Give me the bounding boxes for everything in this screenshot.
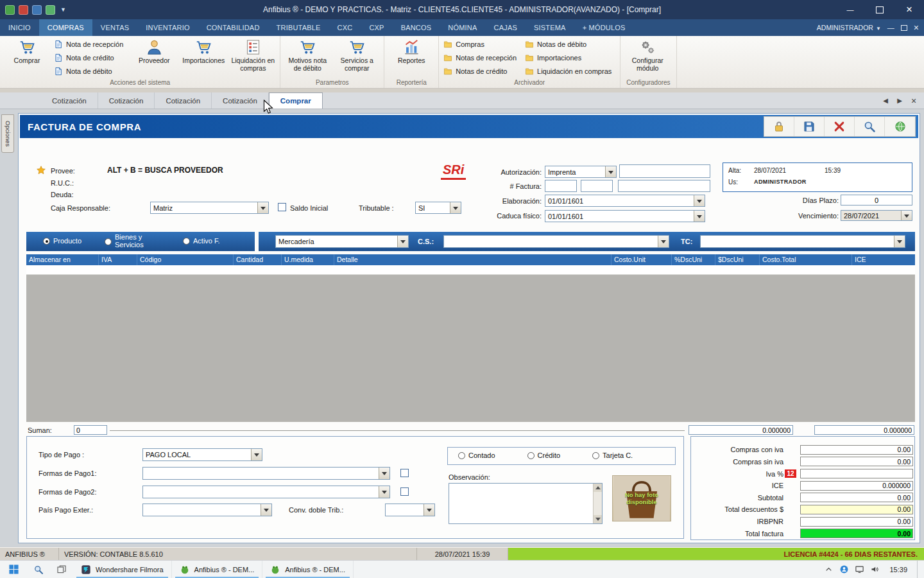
- vencimiento-date-select[interactable]: 28/07/2021: [841, 210, 912, 221]
- menu-item[interactable]: INICIO: [0, 19, 39, 36]
- clock[interactable]: 15:39: [886, 566, 911, 574]
- display-icon[interactable]: [855, 565, 864, 574]
- caduca-fisico-date-select[interactable]: 01/01/1601: [545, 210, 705, 222]
- document-tab[interactable]: Cotización: [41, 92, 98, 109]
- scroll-tabs-right-icon[interactable]: [894, 97, 905, 104]
- pais-pago-select[interactable]: [142, 504, 272, 516]
- grid-column-header[interactable]: IVA: [99, 254, 137, 265]
- web-button[interactable]: [885, 117, 915, 136]
- ribbon-button[interactable]: Comprar: [3, 37, 51, 78]
- formas-pago1-checkbox[interactable]: [400, 469, 409, 477]
- factura-serie1-input[interactable]: [545, 180, 577, 192]
- ribbon-button[interactable]: Configurar módulo: [624, 37, 671, 78]
- minimize-button[interactable]: [835, 0, 865, 19]
- ribbon-button[interactable]: Motivos nota de débito: [284, 37, 331, 78]
- quick-access-dropdown-icon[interactable]: [60, 6, 66, 13]
- quick-access-app-icon[interactable]: [32, 5, 42, 15]
- tc-select[interactable]: [700, 235, 905, 248]
- factura-numero-input[interactable]: [618, 180, 710, 192]
- quick-access-app-icon[interactable]: [5, 5, 15, 15]
- close-button[interactable]: [894, 0, 924, 19]
- maximize-button[interactable]: [865, 0, 894, 19]
- tributable-select[interactable]: SI: [415, 202, 461, 214]
- mdi-minimize-button[interactable]: [887, 24, 894, 31]
- mdi-close-button[interactable]: [914, 22, 919, 33]
- chevron-down-icon[interactable]: [901, 211, 912, 220]
- grid-column-header[interactable]: Almacenar en: [26, 254, 99, 265]
- menu-item[interactable]: COMPRAS: [39, 19, 92, 36]
- caja-responsable-select[interactable]: Matriz: [150, 202, 269, 214]
- show-desktop-button[interactable]: [917, 561, 920, 578]
- menu-item[interactable]: SISTEMA: [526, 19, 574, 36]
- chevron-down-icon[interactable]: [379, 468, 389, 479]
- ribbon-button[interactable]: Notas de recepción: [442, 51, 522, 64]
- user-status-icon[interactable]: [839, 565, 849, 574]
- formas-pago2-select[interactable]: [142, 486, 390, 498]
- formas-pago1-select[interactable]: [142, 467, 390, 480]
- grid-column-header[interactable]: Cantidad: [234, 254, 282, 265]
- chevron-down-icon[interactable]: [450, 202, 461, 213]
- menu-item[interactable]: + MÓDULOS: [574, 19, 634, 36]
- formas-pago2-checkbox[interactable]: [400, 487, 409, 496]
- ribbon-button[interactable]: Notas de crédito: [442, 64, 522, 78]
- document-tab[interactable]: Cotización: [98, 92, 155, 109]
- permissions-button[interactable]: [764, 117, 794, 136]
- menu-item[interactable]: NÓMINA: [440, 19, 485, 36]
- quick-access-app-icon[interactable]: [19, 5, 28, 15]
- chevron-down-icon[interactable]: [424, 504, 434, 516]
- grid-column-header[interactable]: $DscUni: [715, 254, 760, 265]
- scroll-down-icon[interactable]: [594, 515, 602, 523]
- mdi-restore-button[interactable]: [901, 25, 907, 31]
- chevron-down-icon[interactable]: [251, 449, 262, 460]
- ribbon-button[interactable]: Nota de crédito: [53, 51, 128, 64]
- elaboracion-date-select[interactable]: 01/01/1601: [545, 195, 705, 207]
- options-side-tab[interactable]: Opciones: [1, 114, 14, 153]
- ribbon-button[interactable]: Importaciones: [524, 51, 617, 64]
- chevron-down-icon[interactable]: [261, 504, 271, 516]
- grid-column-header[interactable]: Código: [137, 254, 234, 265]
- saldo-inicial-checkbox[interactable]: [278, 203, 286, 211]
- taskbar-app-button[interactable]: Anfibius ® - DEM...: [262, 561, 354, 578]
- document-tab[interactable]: Cotización: [212, 92, 269, 109]
- observacion-textarea[interactable]: [449, 483, 603, 524]
- task-view-button[interactable]: [50, 561, 73, 578]
- document-tab[interactable]: Comprar: [269, 92, 323, 109]
- menu-item[interactable]: CONTABILIDAD: [198, 19, 268, 36]
- category-select[interactable]: Mercadería: [275, 235, 409, 248]
- chevron-down-icon[interactable]: [694, 195, 705, 206]
- chevron-down-icon[interactable]: [397, 236, 408, 247]
- document-tab[interactable]: Cotización: [155, 92, 212, 109]
- menu-item[interactable]: INVENTARIO: [137, 19, 198, 36]
- conv-doble-trib-select[interactable]: [385, 504, 435, 516]
- factura-serie2-input[interactable]: [581, 180, 613, 192]
- grid-column-header[interactable]: Costo.Total: [760, 254, 852, 265]
- grid-column-header[interactable]: Costo.Unit: [612, 254, 672, 265]
- ribbon-button[interactable]: Nota de débito: [53, 64, 128, 78]
- chevron-up-icon[interactable]: [824, 565, 834, 574]
- ribbon-button[interactable]: Reportes: [388, 37, 435, 78]
- grid-column-header[interactable]: %DscUni: [672, 254, 715, 265]
- menu-item[interactable]: TRIBUTABLE: [268, 19, 329, 36]
- cancel-button[interactable]: [825, 117, 855, 136]
- taskbar-app-button[interactable]: Wondershare Filmora: [73, 561, 172, 578]
- scroll-tabs-left-icon[interactable]: [880, 97, 891, 104]
- grid-body[interactable]: [26, 275, 915, 422]
- grid-column-header[interactable]: U.medida: [282, 254, 334, 265]
- ribbon-button[interactable]: Liquidación en compras: [524, 64, 617, 78]
- payment-method-radio[interactable]: Crédito: [527, 452, 560, 460]
- ribbon-button[interactable]: Liquidación en compras: [229, 37, 277, 78]
- menu-item[interactable]: CAJAS: [486, 19, 526, 36]
- menu-item[interactable]: CXC: [329, 19, 361, 36]
- ribbon-button[interactable]: Nota de recepción: [53, 37, 128, 51]
- save-button[interactable]: [794, 117, 825, 136]
- item-type-radio[interactable]: Producto: [43, 238, 81, 245]
- chevron-down-icon[interactable]: [658, 236, 669, 247]
- ribbon-button[interactable]: Servicios a comprar: [333, 37, 381, 78]
- ribbon-button[interactable]: Notas de débito: [524, 37, 617, 51]
- ribbon-button[interactable]: Importaciones: [180, 37, 227, 78]
- payment-method-radio[interactable]: Tarjeta C.: [592, 452, 633, 460]
- ribbon-button[interactable]: Compras: [442, 37, 522, 51]
- taskbar-app-button[interactable]: Anfibius ® - DEM...: [172, 561, 263, 578]
- dias-plazo-input[interactable]: 0: [841, 195, 912, 206]
- user-menu[interactable]: ADMINISTRADOR: [817, 24, 881, 31]
